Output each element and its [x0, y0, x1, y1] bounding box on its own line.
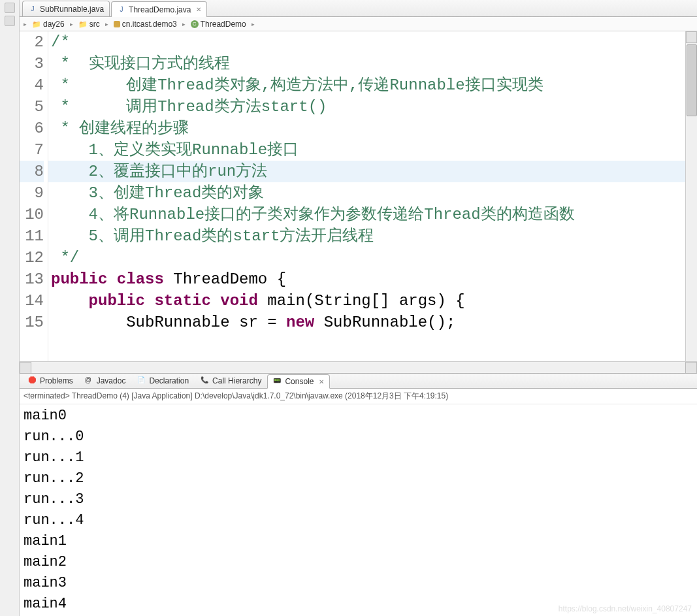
folder-icon — [32, 20, 41, 29]
scroll-right-icon[interactable] — [685, 362, 697, 374]
horizontal-scrollbar[interactable] — [20, 361, 697, 373]
watermark: https://blog.csdn.net/weixin_40807247 — [559, 604, 692, 613]
editor-tabbar: J SubRunnable.java J ThreadDemo.java ✕ — [20, 0, 697, 17]
code-line[interactable]: 1、定义类实现Runnable接口 — [48, 139, 685, 161]
code-line[interactable]: * 调用Thread类方法start() — [48, 96, 685, 118]
console-line: main3 — [24, 573, 693, 594]
code-content[interactable]: /* * 实现接口方式的线程 * 创建Thread类对象,构造方法中,传递Run… — [48, 31, 685, 361]
chevron-right-icon: ▸ — [69, 21, 74, 27]
main-area: J SubRunnable.java J ThreadDemo.java ✕ ▸… — [20, 0, 697, 616]
class-icon: C — [191, 20, 199, 28]
call-hierarchy-icon: 📞 — [201, 376, 210, 385]
code-editor[interactable]: 23456789101112131415 /* * 实现接口方式的线程 * 创建… — [20, 31, 697, 361]
breadcrumb-label: day26 — [43, 20, 65, 29]
console-icon: 📟 — [273, 377, 282, 386]
code-line[interactable]: 5、调用Thread类的start方法开启线程 — [48, 225, 685, 247]
chevron-right-icon: ▸ — [250, 21, 256, 27]
code-line[interactable]: public class ThreadDemo { — [48, 268, 685, 290]
console-status: <terminated> ThreadDemo (4) [Java Applic… — [20, 389, 697, 404]
console-line: main1 — [24, 531, 693, 552]
breadcrumb-label: src — [89, 20, 100, 29]
bottom-tab-problems[interactable]: 🛑Problems — [22, 374, 79, 388]
declaration-icon: 📄 — [137, 376, 146, 385]
console-line: main2 — [24, 552, 693, 573]
code-line[interactable]: /* — [48, 31, 685, 53]
java-file-icon: J — [28, 5, 37, 14]
code-line[interactable]: SubRunnable sr = new SubRunnable(); — [48, 312, 685, 333]
breadcrumb-class[interactable]: C ThreadDemo — [188, 19, 249, 29]
scrollbar-thumb[interactable] — [687, 44, 697, 116]
console-line: run...4 — [24, 510, 693, 531]
vertical-scrollbar[interactable] — [685, 31, 697, 361]
breadcrumb: ▸ day26 ▸ src ▸ cn.itcast.demo3 ▸ C Thre… — [20, 17, 697, 31]
scroll-up-icon[interactable] — [686, 31, 697, 43]
code-line[interactable]: 3、创建Thread类的对象 — [48, 182, 685, 204]
console-line: run...0 — [24, 427, 693, 447]
tab-label: SubRunnable.java — [40, 5, 104, 14]
tab-label: ThreadDemo.java — [129, 5, 191, 14]
breadcrumb-label: cn.itcast.demo3 — [122, 20, 177, 29]
bottom-tab-javadoc[interactable]: @Javadoc — [79, 374, 132, 388]
line-numbers: 23456789101112131415 — [20, 31, 48, 361]
console-line: run...3 — [24, 489, 693, 510]
scroll-left-icon[interactable] — [20, 362, 31, 374]
code-line[interactable]: */ — [48, 247, 685, 268]
javadoc-icon: @ — [85, 376, 94, 385]
restore-icon[interactable] — [5, 16, 15, 26]
bottom-tab-label: Problems — [40, 376, 73, 385]
code-line[interactable]: 4、将Runnable接口的子类对象作为参数传递给Thread类的构造函数 — [48, 204, 685, 225]
bottom-tab-label: Console — [285, 377, 314, 386]
console-line: run...1 — [24, 447, 693, 468]
breadcrumb-src[interactable]: src — [76, 19, 103, 29]
console-line: main0 — [24, 406, 693, 427]
code-line[interactable]: public static void main(String[] args) { — [48, 290, 685, 312]
chevron-right-icon: ▸ — [181, 21, 187, 27]
bottom-tab-console[interactable]: 📟Console✕ — [267, 374, 330, 389]
breadcrumb-project[interactable]: day26 — [29, 19, 67, 29]
chevron-right-icon: ▸ — [104, 21, 110, 27]
tab-threaddemo[interactable]: J ThreadDemo.java ✕ — [111, 1, 207, 17]
java-file-icon: J — [117, 5, 126, 14]
minimize-icon[interactable] — [5, 3, 15, 13]
tab-subrunnable[interactable]: J SubRunnable.java — [22, 1, 110, 16]
chevron-right-icon[interactable]: ▸ — [22, 21, 28, 27]
left-gutter — [0, 0, 20, 616]
code-line[interactable]: * 创建线程的步骤 — [48, 118, 685, 139]
breadcrumb-package[interactable]: cn.itcast.demo3 — [111, 19, 180, 29]
code-line[interactable]: * 创建Thread类对象,构造方法中,传递Runnable接口实现类 — [48, 74, 685, 96]
code-line[interactable]: * 实现接口方式的线程 — [48, 53, 685, 74]
console-output[interactable]: main0run...0run...1run...2run...3run...4… — [20, 404, 697, 616]
breadcrumb-label: ThreadDemo — [201, 20, 246, 29]
code-line[interactable]: 2、覆盖接口中的run方法 — [48, 161, 685, 182]
package-icon — [114, 21, 120, 27]
bottom-tabbar: 🛑Problems@Javadoc📄Declaration📞Call Hiera… — [20, 373, 697, 389]
console-line: run...2 — [24, 468, 693, 489]
bottom-tab-call-hierarchy[interactable]: 📞Call Hierarchy — [195, 374, 267, 388]
close-icon[interactable]: ✕ — [196, 6, 201, 13]
folder-icon — [78, 20, 88, 29]
bottom-tab-label: Call Hierarchy — [212, 376, 261, 385]
bottom-tab-declaration[interactable]: 📄Declaration — [131, 374, 195, 388]
bottom-tab-label: Declaration — [149, 376, 189, 385]
problems-icon: 🛑 — [28, 376, 37, 385]
close-icon[interactable]: ✕ — [319, 378, 324, 385]
bottom-tab-label: Javadoc — [97, 376, 126, 385]
